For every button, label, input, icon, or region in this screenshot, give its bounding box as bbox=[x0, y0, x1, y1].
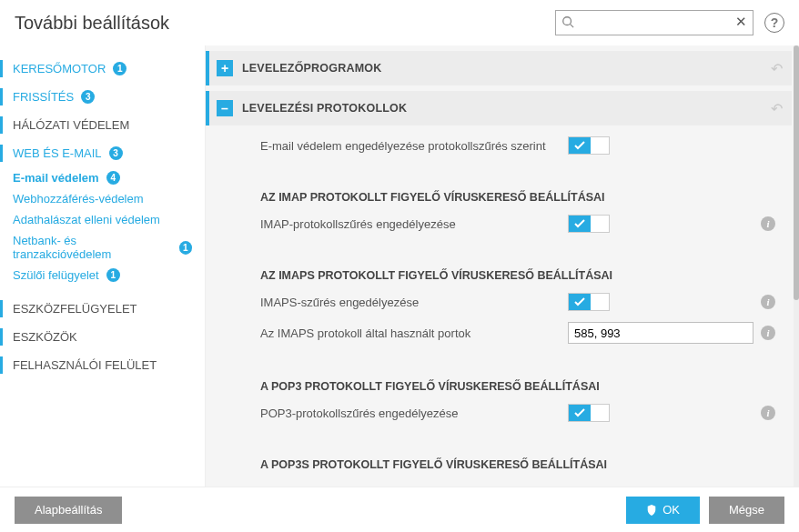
sidebar-item-netbank[interactable]: Netbank- és tranzakcióvédelem 1 bbox=[0, 230, 205, 265]
sidebar-item-label: ESZKÖZÖK bbox=[13, 330, 77, 344]
section-pop3: A POP3 PROTOKOLLT FIGYELŐ VÍRUSKERESŐ BE… bbox=[206, 367, 794, 398]
sidebar-item-label: Webhozzáférés-védelem bbox=[13, 192, 144, 206]
search-wrap: ✕ bbox=[555, 10, 753, 35]
sidebar-item-label: ESZKÖZFELÜGYELET bbox=[13, 302, 137, 316]
row-pop3-enable: POP3-protokollszűrés engedélyezése i bbox=[206, 398, 794, 427]
section-pop3s: A POP3S PROTOKOLLT FIGYELŐ VÍRUSKERESŐ B… bbox=[206, 446, 794, 477]
svg-line-1 bbox=[571, 25, 574, 28]
toggle-knob bbox=[569, 137, 591, 154]
sidebar: KERESŐMOTOR 1 FRISSÍTÉS 3 HÁLÓZATI VÉDEL… bbox=[0, 45, 205, 487]
sidebar-item-adathalaszat[interactable]: Adathalászat elleni védelem bbox=[0, 209, 205, 230]
info-icon[interactable]: i bbox=[761, 295, 775, 309]
sidebar-item-label: FELHASZNÁLÓI FELÜLET bbox=[13, 358, 157, 372]
group-title: LEVELEZŐPROGRAMOK bbox=[242, 62, 381, 75]
sidebar-item-web-email[interactable]: WEB ÉS E-MAIL 3 bbox=[0, 139, 205, 167]
badge: 1 bbox=[113, 62, 126, 75]
check-icon bbox=[574, 408, 585, 417]
sidebar-item-email-vedelem[interactable]: E-mail védelem 4 bbox=[0, 167, 205, 188]
sidebar-item-label: Adathalászat elleni védelem bbox=[13, 213, 160, 226]
sidebar-item-label: FRISSÍTÉS bbox=[13, 90, 74, 104]
toggle-pop3[interactable] bbox=[568, 404, 610, 422]
body: KERESŐMOTOR 1 FRISSÍTÉS 3 HÁLÓZATI VÉDEL… bbox=[0, 45, 799, 487]
undo-icon[interactable]: ↶ bbox=[771, 60, 783, 77]
toggle-email-protection[interactable] bbox=[568, 136, 610, 155]
sidebar-item-frissites[interactable]: FRISSÍTÉS 3 bbox=[0, 83, 205, 111]
sidebar-item-label: HÁLÓZATI VÉDELEM bbox=[13, 118, 129, 132]
badge: 4 bbox=[106, 171, 120, 185]
svg-point-0 bbox=[563, 17, 571, 25]
header-actions: ✕ ? bbox=[555, 10, 784, 35]
info-icon[interactable]: i bbox=[761, 406, 775, 420]
toggle-knob bbox=[569, 405, 591, 421]
default-button[interactable]: Alapbeállítás bbox=[15, 497, 122, 524]
sidebar-item-eszkozfelugyelet[interactable]: ESZKÖZFELÜGYELET bbox=[0, 295, 205, 323]
row-email-protection-enable: E-mail védelem engedélyezése protokollsz… bbox=[206, 131, 794, 160]
sidebar-item-label: Netbank- és tranzakcióvédelem bbox=[13, 234, 172, 261]
row-label: POP3-protokollszűrés engedélyezése bbox=[260, 407, 561, 420]
row-label: Az IMAPS protokoll által használt portok bbox=[260, 326, 561, 340]
sidebar-item-halozati[interactable]: HÁLÓZATI VÉDELEM bbox=[0, 111, 205, 139]
collapse-icon[interactable]: – bbox=[217, 100, 233, 116]
group-levelezesi-protokollok[interactable]: – LEVELEZÉSI PROTOKOLLOK ↶ bbox=[206, 91, 792, 125]
toggle-knob bbox=[569, 294, 591, 310]
imaps-ports-input[interactable] bbox=[568, 322, 753, 344]
group-levelezo-programok[interactable]: + LEVELEZŐPROGRAMOK ↶ bbox=[206, 51, 792, 85]
section-imaps: AZ IMAPS PROTOKOLLT FIGYELŐ VÍRUSKERESŐ … bbox=[206, 256, 794, 287]
toggle-imaps[interactable] bbox=[568, 293, 610, 311]
row-label: IMAP-protokollszűrés engedélyezése bbox=[260, 217, 561, 231]
badge: 1 bbox=[179, 241, 192, 255]
toggle-imap[interactable] bbox=[568, 215, 610, 233]
check-icon bbox=[574, 141, 585, 150]
expand-icon[interactable]: + bbox=[217, 60, 233, 76]
ok-label: OK bbox=[662, 503, 680, 517]
sidebar-item-label: E-mail védelem bbox=[13, 171, 99, 185]
undo-icon[interactable]: ↶ bbox=[771, 100, 783, 117]
clear-icon[interactable]: ✕ bbox=[733, 15, 748, 29]
footer: Alapbeállítás OK Mégse bbox=[0, 487, 799, 532]
sidebar-item-webhozzaferes[interactable]: Webhozzáférés-védelem bbox=[0, 188, 205, 209]
row-imaps-ports: Az IMAPS protokoll által használt portok… bbox=[206, 316, 794, 349]
sidebar-item-label: Szülői felügyelet bbox=[13, 268, 99, 282]
content: + LEVELEZŐPROGRAMOK ↶ – LEVELEZÉSI PROTO… bbox=[205, 45, 799, 487]
sidebar-item-keresomotor[interactable]: KERESŐMOTOR 1 bbox=[0, 55, 205, 83]
ok-button[interactable]: OK bbox=[626, 497, 700, 524]
row-imaps-enable: IMAPS-szűrés engedélyezése i bbox=[206, 287, 794, 316]
search-icon bbox=[561, 15, 574, 28]
sidebar-item-szuloi[interactable]: Szülői felügyelet 1 bbox=[0, 265, 205, 286]
sidebar-item-eszkozok[interactable]: ESZKÖZÖK bbox=[0, 323, 205, 351]
row-label: E-mail védelem engedélyezése protokollsz… bbox=[260, 139, 561, 153]
badge: 3 bbox=[109, 146, 123, 160]
info-icon[interactable]: i bbox=[761, 216, 775, 231]
page-title: További beállítások bbox=[15, 13, 169, 34]
row-imap-enable: IMAP-protokollszűrés engedélyezése i bbox=[206, 209, 794, 238]
group-title: LEVELEZÉSI PROTOKOLLOK bbox=[242, 102, 407, 115]
row-label: IMAPS-szűrés engedélyezése bbox=[260, 296, 561, 309]
header: További beállítások ✕ ? bbox=[0, 0, 799, 45]
sidebar-item-felhasznaloi[interactable]: FELHASZNÁLÓI FELÜLET bbox=[0, 351, 205, 379]
toggle-knob bbox=[569, 216, 591, 232]
info-icon[interactable]: i bbox=[761, 326, 775, 340]
check-icon bbox=[574, 219, 585, 228]
cancel-button[interactable]: Mégse bbox=[709, 497, 784, 524]
search-input[interactable] bbox=[555, 10, 753, 35]
section-imap: AZ IMAP PROTOKOLLT FIGYELŐ VÍRUSKERESŐ B… bbox=[206, 178, 794, 209]
badge: 3 bbox=[81, 90, 95, 104]
sidebar-item-label: KERESŐMOTOR bbox=[13, 62, 106, 75]
shield-icon bbox=[646, 505, 657, 516]
badge: 1 bbox=[106, 268, 120, 282]
scrollbar-thumb[interactable] bbox=[794, 45, 799, 300]
help-icon[interactable]: ? bbox=[764, 13, 784, 33]
sidebar-item-label: WEB ÉS E-MAIL bbox=[13, 146, 102, 160]
check-icon bbox=[574, 297, 585, 306]
